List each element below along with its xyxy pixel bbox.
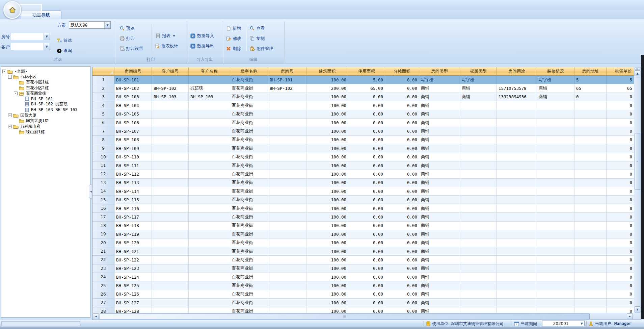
grid-cell[interactable]: BH-SP-107 xyxy=(114,127,152,135)
delete-button[interactable]: 删除 xyxy=(225,45,242,52)
grid-cell[interactable]: BH-SP-115 xyxy=(114,196,152,204)
grid-cell[interactable] xyxy=(152,136,189,144)
grid-cell[interactable] xyxy=(574,101,607,110)
grid-cell[interactable]: 0.00 xyxy=(348,204,385,213)
grid-cell[interactable]: 0.00 xyxy=(348,230,385,238)
grid-cell[interactable]: 商铺 xyxy=(419,290,460,299)
column-header[interactable]: 房间用途 xyxy=(497,67,537,76)
grid-cell[interactable]: 0.00 xyxy=(385,101,419,110)
grid-cell[interactable]: 0.00 xyxy=(385,222,419,230)
grid-cell[interactable]: BH-SP-102 xyxy=(152,84,189,93)
table-row[interactable]: 19BH-SP-119百花商业街100.000.000.00商铺0 xyxy=(92,230,641,238)
grid-cell[interactable]: 商铺 xyxy=(537,84,574,93)
grid-cell[interactable] xyxy=(189,290,230,299)
horizontal-scrollbar[interactable]: ◄ ||| ► xyxy=(92,313,641,320)
grid-cell[interactable]: BH-SP-114 xyxy=(114,187,152,196)
row-number[interactable]: 22 xyxy=(92,256,114,264)
grid-cell[interactable] xyxy=(497,222,537,230)
grid-cell[interactable] xyxy=(189,307,230,313)
grid-cell[interactable]: BH-SP-128 xyxy=(114,307,152,313)
row-number[interactable]: 18 xyxy=(92,222,114,230)
grid-cell[interactable] xyxy=(537,256,574,264)
grid-cell[interactable] xyxy=(460,256,497,264)
grid-cell[interactable]: 百花商业街 xyxy=(230,76,268,84)
row-number[interactable]: 21 xyxy=(92,247,114,256)
grid-cell[interactable] xyxy=(497,230,537,238)
grid-cell[interactable]: 百花商业街 xyxy=(230,204,268,213)
grid-cell[interactable]: 写字楼 xyxy=(419,76,460,84)
grid-cell[interactable] xyxy=(497,153,537,161)
grid-cell[interactable] xyxy=(189,144,230,153)
print-button[interactable]: 打印 xyxy=(118,35,136,42)
grid-cell[interactable] xyxy=(460,299,497,307)
grid-cell[interactable]: BH-SP-125 xyxy=(114,281,152,290)
grid-cell[interactable]: BH-SP-104 xyxy=(114,101,152,110)
tree-item[interactable]: 百花小区1栋 xyxy=(1,80,90,85)
grid-cell[interactable] xyxy=(497,76,537,84)
add-button[interactable]: 新增 xyxy=(225,25,242,32)
grid-cell[interactable] xyxy=(268,119,306,127)
grid-cell[interactable] xyxy=(152,76,189,84)
column-header[interactable]: 客户名称 xyxy=(189,67,230,76)
row-number[interactable]: 5 xyxy=(92,110,114,119)
grid-cell[interactable] xyxy=(152,187,189,196)
grid-cell[interactable] xyxy=(537,299,574,307)
grid-cell[interactable] xyxy=(574,213,607,221)
grid-cell[interactable]: 百花商业街 xyxy=(230,196,268,204)
grid-cell[interactable] xyxy=(460,213,497,221)
grid-cell[interactable]: 0.00 xyxy=(385,299,419,307)
row-number[interactable]: 13 xyxy=(92,179,114,187)
grid-cell[interactable]: 百花商业街 xyxy=(230,299,268,307)
grid-cell[interactable] xyxy=(152,238,189,247)
grid-cell[interactable] xyxy=(189,273,230,281)
chevron-down-icon[interactable]: ▼ xyxy=(44,43,50,50)
grid-cell[interactable] xyxy=(574,187,607,196)
grid-cell[interactable] xyxy=(152,213,189,221)
grid-cell[interactable]: 百花商业街 xyxy=(230,290,268,299)
grid-cell[interactable] xyxy=(268,307,306,313)
grid-cell[interactable]: 65.00 xyxy=(348,84,385,93)
grid-cell[interactable] xyxy=(268,187,306,196)
grid-cell[interactable]: BH-SP-103 xyxy=(152,93,189,101)
grid-cell[interactable]: 商铺 xyxy=(460,84,497,93)
tree-item[interactable]: BH-SP-102 兆茹璞 xyxy=(1,102,90,107)
table-row[interactable]: 7BH-SP-107百花商业街100.000.000.00商铺0 xyxy=(92,127,641,135)
grid-cell[interactable] xyxy=(189,299,230,307)
grid-cell[interactable] xyxy=(497,299,537,307)
table-row[interactable]: 18BH-SP-118百花商业街100.000.000.00商铺0 xyxy=(92,222,641,230)
grid-cell[interactable] xyxy=(537,110,574,119)
grid-cell[interactable] xyxy=(268,110,306,119)
grid-cell[interactable] xyxy=(189,127,230,135)
column-header[interactable]: 权属类型 xyxy=(460,67,497,76)
grid-cell[interactable]: 0.00 xyxy=(385,93,419,101)
grid-cell[interactable]: BH-SP-126 xyxy=(114,290,152,299)
tree-expander-minus-icon[interactable]: - xyxy=(2,70,6,73)
grid-cell[interactable] xyxy=(189,161,230,170)
row-number[interactable]: 3 xyxy=(92,93,114,101)
grid-cell[interactable]: 13923894936 xyxy=(497,93,537,101)
grid-cell[interactable] xyxy=(574,238,607,247)
copy-button[interactable]: 复制 xyxy=(248,35,266,42)
grid-cell[interactable]: 0.00 xyxy=(385,161,419,170)
grid-cell[interactable]: 0.00 xyxy=(348,170,385,178)
grid-cell[interactable]: 100.00 xyxy=(306,230,348,238)
table-row[interactable]: 22BH-SP-122百花商业街100.000.000.00商铺0 xyxy=(92,256,641,264)
grid-cell[interactable]: 0.00 xyxy=(348,290,385,299)
grid-cell[interactable] xyxy=(537,247,574,256)
grid-cell[interactable]: 100.00 xyxy=(306,119,348,127)
grid-cell[interactable] xyxy=(497,290,537,299)
grid-cell[interactable]: 百花商业街 xyxy=(230,136,268,144)
grid-cell[interactable]: BH-SP-121 xyxy=(114,247,152,256)
grid-cell[interactable]: 0.00 xyxy=(348,273,385,281)
grid-cell[interactable] xyxy=(460,179,497,187)
grid-cell[interactable] xyxy=(574,110,607,119)
grid-cell[interactable]: BH-SP-127 xyxy=(114,299,152,307)
grid-cell[interactable] xyxy=(574,264,607,273)
grid-cell[interactable]: 0.00 xyxy=(385,170,419,178)
grid-cell[interactable] xyxy=(460,101,497,110)
grid-cell[interactable] xyxy=(268,256,306,264)
column-header[interactable]: 楼宇名称 xyxy=(230,67,268,76)
grid-cell[interactable]: 商铺 xyxy=(419,136,460,144)
tree-item[interactable]: -百花小区 xyxy=(1,74,90,79)
table-row[interactable]: 27BH-SP-127百花商业街100.000.000.00商铺0 xyxy=(92,299,641,307)
